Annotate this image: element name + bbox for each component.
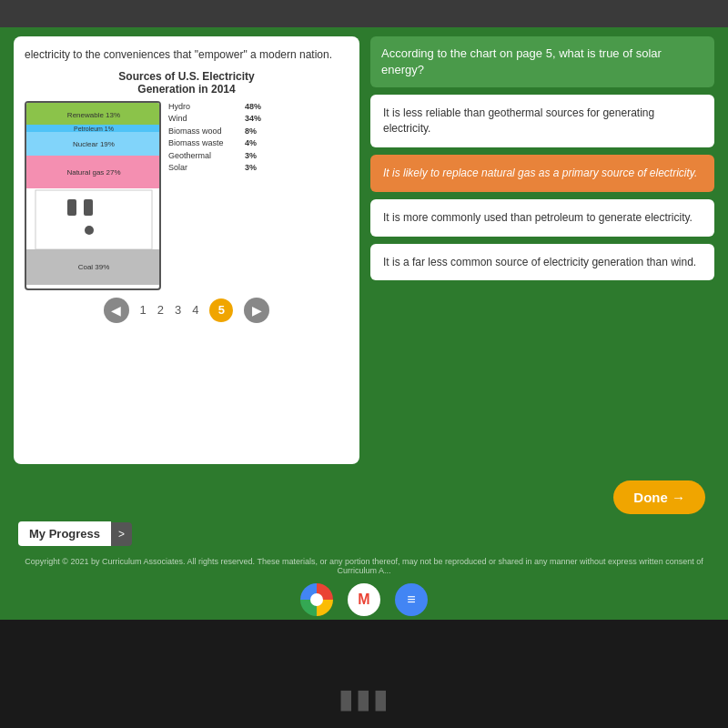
answer-option-a[interactable]: It is less reliable than geothermal sour… xyxy=(370,95,714,147)
docs-icon[interactable]: ≡ xyxy=(395,583,428,616)
browser-top-bar xyxy=(0,0,728,27)
svg-text:Renewable 13%: Renewable 13% xyxy=(67,111,120,119)
device-hint: ▮▮▮ xyxy=(339,684,390,714)
svg-text:Nuclear 19%: Nuclear 19% xyxy=(73,140,115,148)
svg-rect-9 xyxy=(67,199,76,216)
bottom-black-area: ▮▮▮ xyxy=(0,620,728,728)
chart-legend: Hydro48% Wind34% Biomass wood8% Biomass … xyxy=(168,101,261,290)
done-button[interactable]: Done → xyxy=(613,480,705,514)
left-panel: electricity to the conveniences that "em… xyxy=(14,36,359,464)
done-btn-row: Done → xyxy=(14,480,714,514)
intro-text: electricity to the conveniences that "em… xyxy=(25,47,349,63)
gmail-icon[interactable]: M xyxy=(348,583,380,616)
prev-page-button[interactable]: ◀ xyxy=(104,298,129,323)
page-5-current[interactable]: 5 xyxy=(209,298,233,322)
svg-point-11 xyxy=(85,226,94,235)
next-page-button[interactable]: ▶ xyxy=(244,298,269,323)
my-progress-button[interactable]: My Progress xyxy=(18,521,111,546)
pagination: ◀ 1 2 3 4 5 ▶ xyxy=(25,298,349,323)
svg-rect-10 xyxy=(84,199,93,216)
footer: Copyright © 2021 by Curriculum Associate… xyxy=(0,553,728,579)
chrome-icon[interactable] xyxy=(300,583,333,616)
page-4[interactable]: 4 xyxy=(192,303,198,317)
svg-text:Coal 39%: Coal 39% xyxy=(78,263,110,271)
electricity-chart: Renewable 13% Petroleum 1% Nuclear 19% N… xyxy=(25,101,161,290)
answer-option-c[interactable]: It is more commonly used than petroleum … xyxy=(370,199,714,237)
question-text: According to the chart on page 5, what i… xyxy=(370,36,714,87)
chart-container: Renewable 13% Petroleum 1% Nuclear 19% N… xyxy=(25,101,349,290)
page-1[interactable]: 1 xyxy=(140,303,147,317)
answer-option-b[interactable]: It is likely to replace natural gas as a… xyxy=(370,155,714,192)
main-content-area: electricity to the conveniences that "em… xyxy=(0,27,728,473)
bar-chart-svg: Renewable 13% Petroleum 1% Nuclear 19% N… xyxy=(26,103,161,285)
my-progress-row: My Progress > xyxy=(14,521,714,546)
footer-text: Copyright © 2021 by Curriculum Associate… xyxy=(25,557,703,575)
page-2[interactable]: 2 xyxy=(157,303,164,317)
svg-text:Petroleum 1%: Petroleum 1% xyxy=(74,126,114,132)
page-3[interactable]: 3 xyxy=(175,303,181,317)
chart-title: Sources of U.S. Electricity Generation i… xyxy=(25,70,349,96)
svg-text:Natural gas 27%: Natural gas 27% xyxy=(66,168,120,177)
my-progress-arrow-button[interactable]: > xyxy=(111,522,132,546)
svg-rect-8 xyxy=(35,190,152,249)
taskbar: M ≡ xyxy=(0,579,728,620)
answer-option-d[interactable]: It is a far less common source of electr… xyxy=(370,244,714,281)
right-panel: According to the chart on page 5, what i… xyxy=(370,36,714,464)
bottom-area: Done → My Progress > xyxy=(0,473,728,553)
